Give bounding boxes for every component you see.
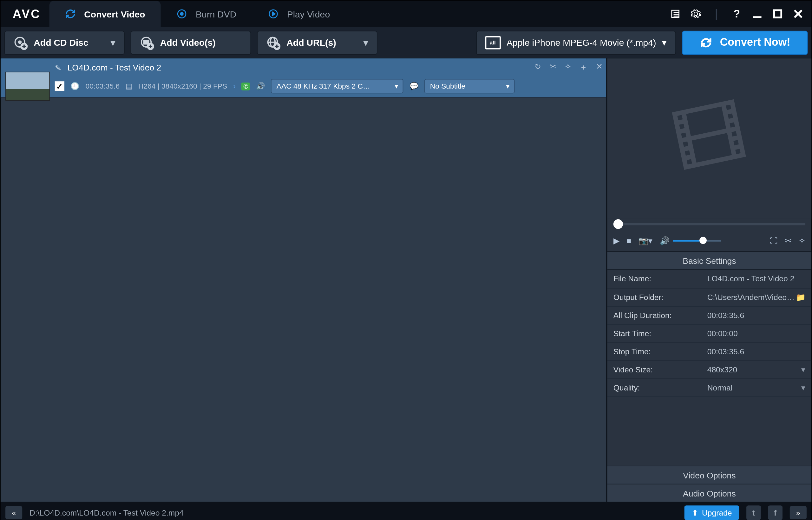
- volume-control[interactable]: 🔊: [660, 236, 763, 245]
- crop-icon[interactable]: ✧: [799, 236, 805, 245]
- svg-rect-17: [144, 40, 149, 44]
- status-bar: « D:\LO4D.com\LO4D.com - Test Video 2.mp…: [1, 502, 811, 520]
- profile-label: Apple iPhone MPEG-4 Movie (*.mp4): [507, 37, 656, 48]
- list-icon[interactable]: [669, 8, 681, 20]
- add-icon[interactable]: ＋: [580, 62, 587, 73]
- up-arrow-icon: ⬆: [692, 508, 698, 517]
- maximize-button[interactable]: [772, 8, 784, 20]
- tab-label: Play Video: [287, 9, 330, 19]
- basic-settings-panel: Basic Settings File Name:LO4D.com - Test…: [608, 251, 811, 396]
- output-folder-value[interactable]: C:\Users\Andem\Video…📁: [701, 288, 811, 306]
- setting-label: All Clip Duration:: [608, 306, 701, 324]
- film-plus-icon: [140, 35, 154, 50]
- reload-icon[interactable]: ↻: [534, 62, 541, 73]
- svg-point-1: [180, 12, 183, 15]
- setting-label: File Name:: [608, 270, 701, 288]
- divider: |: [710, 8, 722, 20]
- play-button[interactable]: ▶: [613, 236, 619, 245]
- cut-icon[interactable]: ✂: [785, 236, 792, 245]
- convert-now-button[interactable]: Convert Now!: [682, 30, 808, 55]
- phone-icon: ✆: [242, 82, 250, 90]
- setting-value[interactable]: 00:00:00: [701, 324, 811, 342]
- preview-area: 🎞: [608, 58, 811, 219]
- quality-dropdown[interactable]: Normal▾: [701, 379, 811, 396]
- tab-burn-dvd[interactable]: Burn DVD: [161, 1, 252, 27]
- filmstrip-icon: 🎞: [666, 90, 753, 187]
- film-icon: ▤: [125, 82, 132, 90]
- svg-point-12: [19, 41, 21, 43]
- side-panel: 🎞 ▶ ■ 📷▾ 🔊 ⛶ ✂ ✧ Basic Settings: [607, 58, 811, 502]
- tab-play-video[interactable]: Play Video: [252, 1, 346, 27]
- refresh-icon: [65, 8, 76, 19]
- add-cd-disc-button[interactable]: Add CD Disc ▾: [4, 30, 125, 55]
- refresh-icon: [699, 36, 713, 49]
- setting-row: Quality:Normal▾: [608, 379, 811, 396]
- remove-icon[interactable]: ✕: [596, 62, 603, 73]
- gear-icon[interactable]: [690, 8, 702, 20]
- upgrade-button[interactable]: ⬆Upgrade: [684, 505, 739, 520]
- add-urls-button[interactable]: Add URL(s) ▾: [257, 30, 377, 55]
- video-item[interactable]: ✎ LO4D.com - Test Video 2 ↻ ✂ ✧ ＋ ✕: [1, 58, 606, 98]
- app-logo: AVC: [4, 7, 49, 21]
- profile-icon: all: [485, 36, 501, 49]
- setting-row: All Clip Duration:00:03:35.6: [608, 306, 811, 324]
- seek-bar[interactable]: [608, 219, 811, 230]
- video-list: ✎ LO4D.com - Test Video 2 ↻ ✂ ✧ ＋ ✕: [1, 58, 607, 502]
- speaker-icon: 🔊: [660, 236, 669, 245]
- audio-options-button[interactable]: Audio Options: [608, 484, 811, 502]
- setting-row: Output Folder:C:\Users\Andem\Video…📁: [608, 288, 811, 306]
- speaker-icon: 🔊: [256, 82, 265, 90]
- tab-convert-video[interactable]: Convert Video: [49, 1, 161, 27]
- setting-label: Quality:: [608, 379, 701, 396]
- output-profile-dropdown[interactable]: all Apple iPhone MPEG-4 Movie (*.mp4) ▾: [476, 30, 676, 55]
- chevron-down-icon: ▾: [801, 365, 805, 374]
- fullscreen-icon[interactable]: ⛶: [770, 236, 778, 245]
- setting-value[interactable]: 00:03:35.6: [701, 342, 811, 360]
- seek-knob[interactable]: [613, 219, 623, 229]
- edit-icon[interactable]: ✎: [55, 63, 61, 72]
- subtitle-dropdown[interactable]: No Subtitle ▾: [425, 79, 515, 94]
- audio-label: AAC 48 KHz 317 Kbps 2 C…: [277, 82, 370, 90]
- video-size-dropdown[interactable]: 480x320▾: [701, 360, 811, 379]
- svg-rect-7: [753, 16, 762, 18]
- expand-right-button[interactable]: »: [790, 506, 807, 519]
- twitter-button[interactable]: t: [746, 505, 761, 520]
- window-controls: | ?: [669, 8, 808, 20]
- crop-icon[interactable]: ✧: [565, 62, 571, 73]
- chevron-down-icon: ▾: [364, 37, 368, 48]
- cut-icon[interactable]: ✂: [550, 62, 556, 73]
- facebook-button[interactable]: f: [768, 505, 783, 520]
- add-videos-button[interactable]: Add Video(s): [131, 30, 251, 55]
- collapse-left-button[interactable]: «: [5, 506, 22, 519]
- chevron-down-icon: ▾: [111, 37, 115, 48]
- setting-value[interactable]: LO4D.com - Test Video 2: [701, 270, 811, 288]
- video-title: LO4D.com - Test Video 2: [67, 62, 162, 72]
- main-tabs: Convert Video Burn DVD Play Video: [49, 1, 345, 27]
- video-thumbnail: [5, 72, 50, 101]
- close-button[interactable]: [792, 8, 804, 20]
- player-controls: ▶ ■ 📷▾ 🔊 ⛶ ✂ ✧: [608, 230, 811, 251]
- audio-dropdown[interactable]: AAC 48 KHz 317 Kbps 2 C… ▾: [271, 79, 403, 94]
- button-label: Add URL(s): [286, 37, 336, 48]
- duration-label: 00:03:35.6: [85, 82, 119, 90]
- globe-plus-icon: [266, 35, 281, 50]
- stop-button[interactable]: ■: [627, 236, 632, 245]
- app-window: AVC Convert Video Burn DVD Play Video: [0, 0, 812, 520]
- setting-label: Start Time:: [608, 324, 701, 342]
- disc-icon: [176, 8, 187, 19]
- setting-value: 00:03:35.6: [701, 306, 811, 324]
- subtitle-icon: 💬: [410, 82, 418, 90]
- folder-icon[interactable]: 📁: [796, 292, 805, 301]
- snapshot-button[interactable]: 📷▾: [639, 236, 652, 245]
- toolbar: Add CD Disc ▾ Add Video(s) Add URL(s) ▾ …: [1, 27, 811, 58]
- video-options-button[interactable]: Video Options: [608, 466, 811, 484]
- clock-icon: 🕘: [71, 82, 79, 90]
- chevron-down-icon: ▾: [801, 383, 805, 392]
- item-checkbox[interactable]: ✓: [55, 81, 64, 91]
- minimize-button[interactable]: [751, 8, 763, 20]
- svg-rect-8: [774, 10, 781, 18]
- volume-knob[interactable]: [699, 236, 707, 244]
- main-body: ✎ LO4D.com - Test Video 2 ↻ ✂ ✧ ＋ ✕: [1, 58, 811, 502]
- button-label: Add CD Disc: [34, 37, 88, 48]
- help-button[interactable]: ?: [731, 8, 743, 20]
